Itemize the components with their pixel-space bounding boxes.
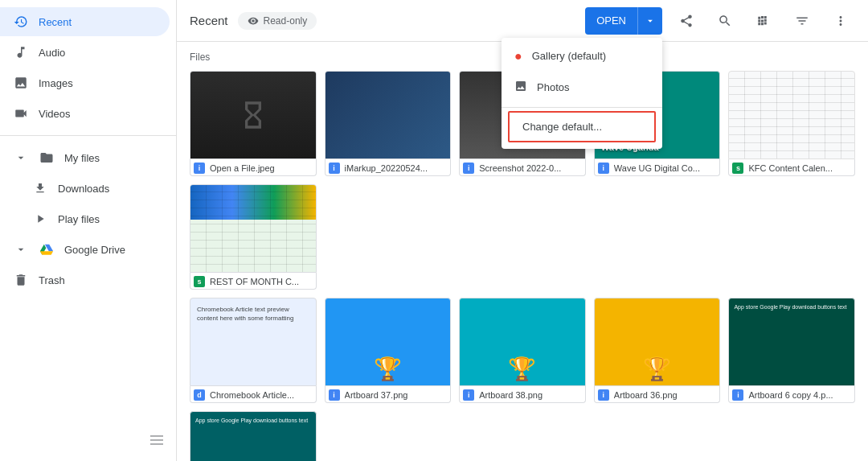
- file-card[interactable]: 🏆 i Artboard 38.png: [459, 298, 586, 403]
- file-card[interactable]: 🏆 i Artboard 37.png: [325, 298, 452, 403]
- file-info: s KFC Content Calen...: [728, 159, 855, 176]
- file-name: Chromebook Article...: [210, 390, 313, 400]
- file-type-icon: i: [329, 389, 340, 401]
- sidebar-item-googledrive[interactable]: Google Drive: [0, 235, 170, 264]
- file-type-icon: i: [463, 163, 474, 174]
- file-thumbnail: [190, 71, 317, 159]
- main-content: Recent Read-only OPEN ● Gallery (default…: [177, 0, 868, 461]
- file-grid-row2: Chromebook Article text preview content …: [190, 298, 855, 461]
- open-dropdown-menu: ● Gallery (default) Photos Change defaul…: [502, 38, 662, 149]
- downloads-icon: [32, 180, 48, 196]
- file-type-icon: i: [598, 389, 609, 401]
- divider-1: [0, 135, 176, 136]
- grid-icon: [756, 14, 771, 28]
- myfiles-icon: [39, 150, 55, 166]
- file-thumbnail: [325, 71, 452, 159]
- playfiles-icon: [32, 211, 48, 227]
- readonly-badge[interactable]: Read-only: [238, 12, 317, 30]
- file-thumbnail: 🏆: [459, 298, 586, 386]
- file-card[interactable]: i Open a File.jpeg: [190, 71, 317, 176]
- sidebar-label-downloads: Downloads: [58, 183, 109, 195]
- file-card[interactable]: App store Google Play download buttons t…: [728, 298, 855, 403]
- file-name: Artboard 6 copy 4.p...: [748, 390, 851, 400]
- file-info: i iMarkup_20220524...: [325, 159, 452, 176]
- topbar: Recent Read-only OPEN ● Gallery (default…: [177, 0, 868, 42]
- sidebar-label-images: Images: [39, 77, 73, 89]
- file-info: i Artboard 37.png: [325, 386, 452, 403]
- file-name: KFC Content Calen...: [748, 163, 851, 173]
- sidebar-item-audio[interactable]: Audio: [0, 38, 170, 67]
- file-card[interactable]: Chromebook Article text preview content …: [190, 298, 317, 403]
- file-card[interactable]: App store Google Play download buttons t…: [190, 411, 317, 461]
- sidebar-item-trash[interactable]: Trash: [0, 265, 170, 294]
- file-info: i Artboard 6 copy 4.p...: [728, 386, 855, 403]
- dropdown-item-photos[interactable]: Photos: [502, 72, 662, 104]
- share-icon: [679, 14, 694, 28]
- file-thumbnail: App store Google Play download buttons t…: [190, 411, 317, 461]
- sidebar-item-videos[interactable]: Videos: [0, 99, 170, 128]
- googledrive-icon: [39, 241, 55, 257]
- page-title: Recent: [190, 14, 228, 27]
- recent-icon: [13, 14, 29, 30]
- file-thumbnail: App store Google Play download buttons t…: [728, 298, 855, 386]
- images-icon: [13, 75, 29, 91]
- gallery-option-label: Gallery (default): [532, 50, 606, 62]
- file-info: i Screenshot 2022-0...: [459, 159, 586, 176]
- videos-icon: [13, 105, 29, 121]
- file-card[interactable]: i iMarkup_20220524...: [325, 71, 452, 176]
- file-name: Screenshot 2022-0...: [479, 163, 582, 173]
- open-button[interactable]: OPEN: [585, 7, 637, 35]
- file-card[interactable]: s KFC Content Calen...: [728, 71, 855, 176]
- file-thumbnail: [728, 71, 855, 159]
- check-icon: ●: [514, 49, 522, 64]
- sidebar-item-myfiles[interactable]: My files: [0, 143, 170, 172]
- file-type-icon: s: [732, 163, 743, 174]
- sidebar-item-recent[interactable]: Recent: [0, 7, 170, 36]
- file-info: i Open a File.jpeg: [190, 159, 317, 176]
- file-info: s REST OF MONTH C...: [190, 273, 317, 290]
- sidebar-item-downloads[interactable]: Downloads: [0, 174, 170, 203]
- file-type-icon: i: [598, 163, 609, 174]
- sidebar-item-playfiles[interactable]: Play files: [0, 204, 170, 233]
- more-icon: [833, 14, 848, 28]
- dropdown-item-gallery[interactable]: ● Gallery (default): [502, 41, 662, 72]
- file-info: i Wave UG Digital Co...: [594, 159, 721, 176]
- resize-handle[interactable]: [150, 432, 166, 448]
- change-default-label: Change default...: [522, 121, 602, 133]
- audio-icon: [13, 44, 29, 60]
- eye-icon: [248, 15, 259, 27]
- trash-icon: [13, 272, 29, 288]
- file-card[interactable]: 🏆 i Artboard 36.png: [594, 298, 721, 403]
- chevron-down-icon: [645, 15, 656, 27]
- file-type-icon: s: [194, 276, 205, 287]
- open-button-group: OPEN ● Gallery (default) Photos Ch: [585, 7, 662, 35]
- more-options-button[interactable]: [826, 6, 855, 35]
- file-name: Wave UG Digital Co...: [614, 163, 717, 173]
- file-thumbnail: Chromebook Article text preview content …: [190, 298, 317, 386]
- open-dropdown-arrow[interactable]: [637, 7, 662, 35]
- file-type-icon: i: [329, 163, 340, 174]
- file-thumbnail: 🏆: [594, 298, 721, 386]
- sidebar-label-playfiles: Play files: [58, 213, 100, 225]
- file-thumbnail: 🏆: [325, 298, 452, 386]
- file-card[interactable]: s REST OF MONTH C...: [190, 184, 317, 290]
- sidebar-label-videos: Videos: [39, 108, 71, 120]
- sidebar-item-images[interactable]: Images: [0, 68, 170, 97]
- file-type-icon: i: [194, 163, 205, 174]
- view-toggle-button[interactable]: [749, 6, 778, 35]
- file-info: i Artboard 36.png: [594, 386, 721, 403]
- file-name: Open a File.jpeg: [210, 163, 313, 173]
- file-name: Artboard 36.png: [614, 390, 717, 400]
- expand-icon-myfiles: [13, 150, 29, 166]
- sort-button[interactable]: [788, 6, 817, 35]
- photos-icon: [514, 80, 527, 96]
- change-default-item[interactable]: Change default...: [508, 111, 656, 142]
- sidebar-label-recent: Recent: [39, 16, 72, 28]
- sort-icon: [795, 14, 809, 28]
- search-icon: [718, 14, 732, 28]
- sidebar: Recent Audio Images Videos My files Down…: [0, 0, 177, 461]
- file-info: d Chromebook Article...: [190, 386, 317, 403]
- sidebar-label-audio: Audio: [39, 47, 65, 59]
- share-button[interactable]: [672, 6, 701, 35]
- search-button[interactable]: [710, 6, 739, 35]
